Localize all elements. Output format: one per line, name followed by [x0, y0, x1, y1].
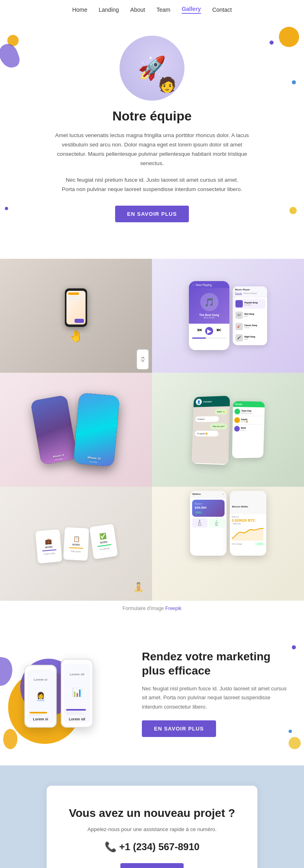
gallery-cell-1[interactable]: 🤚 ⌚: [0, 259, 152, 373]
marketing-inner: Lorem si 👩‍💼 Lorem si Lorem sit 📊: [12, 649, 292, 737]
dot-blue-r: [292, 80, 296, 84]
marketing-phones: Lorem si 👩‍💼 Lorem si Lorem sit 📊: [12, 651, 126, 736]
marketing-phone-2: Lorem sit 📊 Lorem sit: [61, 659, 93, 728]
hero-avatar: 🚀 🧑: [120, 36, 184, 101]
person-icon: 🧑: [158, 76, 176, 93]
cta-phone: 📞+1 (234) 567-8910: [63, 841, 241, 853]
hero-body2: Nec feugiat nisl pretium fusce id. Justo…: [59, 176, 245, 194]
marketing-phone-1: Lorem si 👩‍💼 Lorem si: [24, 665, 57, 728]
blob-purple-tl: [0, 41, 22, 71]
marketing-text-area: Rendez votre marketing plus efficace Nec…: [142, 649, 292, 737]
marketing-phone-area: Lorem si 👩‍💼 Lorem si Lorem sit 📊: [12, 651, 126, 736]
nav-contact[interactable]: Contact: [212, 6, 232, 13]
hero-section: 🚀 🧑 Notre équipe Amet luctus venenatis l…: [0, 19, 304, 247]
nav-about[interactable]: About: [130, 6, 145, 13]
cta-card: Vous avez un nouveau projet ? Appelez-no…: [47, 786, 257, 868]
phone1-caption: Lorem si: [33, 717, 48, 721]
nav-landing[interactable]: Landing: [98, 6, 119, 13]
gallery-caption: Formulaire d'image Freepik: [0, 601, 304, 621]
cta-section: Vous avez un nouveau projet ? Appelez-no…: [0, 765, 304, 868]
hero-body1: Amet luctus venenatis lectus magna fring…: [55, 131, 249, 168]
blob-yellow-br: [289, 207, 297, 214]
dot-purple-tr: [270, 41, 274, 45]
blob-orange-right: [289, 737, 301, 749]
gallery-cell-3[interactable]: iPhone 12 Pro Max iPhone 12 Pro Max: [0, 373, 152, 487]
nav-home[interactable]: Home: [72, 6, 87, 13]
marketing-section: Lorem si 👩‍💼 Lorem si Lorem sit 📊: [0, 625, 304, 765]
nav-gallery[interactable]: Gallery: [182, 6, 201, 14]
marketing-title: Rendez votre marketing plus efficace: [142, 649, 292, 678]
navbar: Home Landing About Team Gallery Contact: [0, 0, 304, 19]
phone2-caption: Lorem sit: [69, 717, 86, 721]
gallery-grid: 🤚 ⌚ ← Now Playing 🎵: [0, 259, 304, 601]
cta-button[interactable]: COMMENCER: [120, 863, 184, 868]
dot-small-right: [289, 730, 292, 733]
gallery-cell-5[interactable]: 💼 WORK Project tasks 📋 WORK Daily goals: [0, 487, 152, 601]
gallery-cell-2[interactable]: ← Now Playing 🎵 The Best Song Best Artis…: [152, 259, 304, 373]
dot-purple-bl: [5, 207, 8, 210]
hero-cta-button[interactable]: EN SAVOIR PLUS: [115, 206, 189, 222]
gallery-section: 🤚 ⌚ ← Now Playing 🎵: [0, 247, 304, 625]
gallery-cell-4[interactable]: 👤 Contact Hello! 👋 Hi there! How are you…: [152, 373, 304, 487]
gallery-cell-6[interactable]: Wallets + Balance $39,584 +2.4%: [152, 487, 304, 601]
dot-purple-right: [292, 645, 296, 649]
cta-subtitle: Appelez-nous pour une assistance rapide …: [63, 826, 241, 832]
marketing-body: Nec feugiat nisl pretium fusce id. Justo…: [142, 684, 292, 711]
phone-icon: 📞: [105, 841, 117, 852]
blob-orange-tr: [279, 27, 299, 47]
cta-title: Vous avez un nouveau projet ?: [63, 806, 241, 821]
hero-title: Notre équipe: [8, 109, 296, 124]
gallery-caption-link[interactable]: Freepik: [165, 606, 182, 611]
marketing-cta-button[interactable]: EN SAVOIR PLUS: [142, 720, 216, 737]
nav-team[interactable]: Team: [156, 6, 170, 13]
